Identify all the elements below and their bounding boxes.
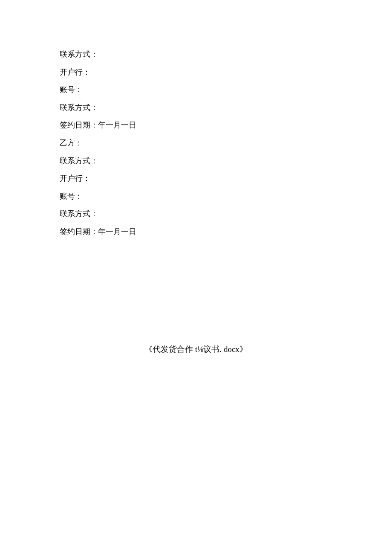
party-b-field: 乙方： xyxy=(60,135,332,152)
account-field-2: 账号： xyxy=(60,188,332,205)
sign-date-field-2: 签约日期：年一月一日 xyxy=(60,224,332,241)
document-title-footer: 《代发货合作 t⅛议书. docx》 xyxy=(0,344,392,355)
sign-date-field-1: 签约日期：年一月一日 xyxy=(60,117,332,134)
contact-method-field-2b: 联系方式： xyxy=(60,206,332,223)
bank-field-1: 开户行： xyxy=(60,64,332,81)
account-field-1: 账号： xyxy=(60,81,332,99)
bank-field-2: 开户行： xyxy=(60,170,332,187)
contact-method-field-2: 联系方式： xyxy=(60,153,332,170)
contact-method-field-1b: 联系方式： xyxy=(60,99,332,116)
contact-method-field-1: 联系方式： xyxy=(60,46,332,63)
